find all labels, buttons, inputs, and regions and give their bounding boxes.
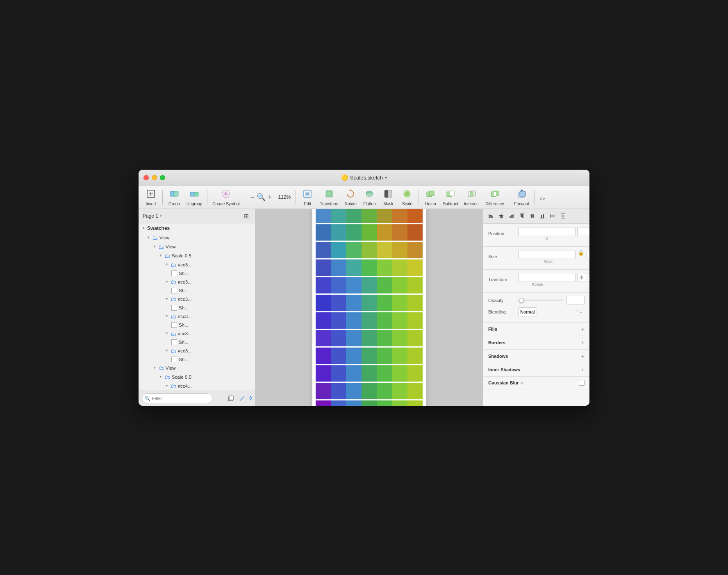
- align-center-v-button[interactable]: [528, 211, 537, 220]
- borders-add-button[interactable]: +: [581, 339, 585, 346]
- mask-button[interactable]: Mask: [379, 187, 397, 207]
- swatch-7-3: [346, 312, 361, 329]
- blending-select[interactable]: Normal: [518, 307, 537, 316]
- shadows-add-button[interactable]: +: [581, 353, 585, 359]
- y-input[interactable]: [577, 227, 589, 236]
- transform-inputs: [518, 273, 589, 282]
- align-left-edge-button[interactable]: [487, 211, 496, 220]
- sidebar-item-scale1[interactable]: ▼ 🗂 Scale 0.5: [139, 251, 255, 260]
- edit-button[interactable]: Edit: [298, 187, 316, 207]
- zoom-out-button[interactable]: −: [249, 193, 256, 202]
- y-sublabel: Y: [577, 236, 589, 241]
- gaussian-blur-dropdown-icon[interactable]: ◇: [521, 381, 523, 385]
- gaussian-blur-checkbox[interactable]: [579, 380, 585, 386]
- ungroup-button[interactable]: Ungroup: [184, 187, 205, 207]
- minimize-button[interactable]: [152, 175, 157, 180]
- swatch-4-1: [316, 259, 331, 276]
- sidebar-item-cc3[interactable]: ▼ 🗂 #cc3...: [139, 295, 255, 304]
- svg-rect-59: [561, 214, 565, 214]
- zoom-in-button[interactable]: +: [266, 193, 273, 202]
- swatch-12-4: [362, 400, 377, 406]
- sidebar-item-sh4[interactable]: Sh...: [139, 321, 255, 329]
- fills-add-button[interactable]: +: [581, 326, 585, 332]
- sidebar-expand-button[interactable]: ⊞: [242, 211, 251, 220]
- filter-input[interactable]: [142, 393, 212, 403]
- sidebar-item-cc2[interactable]: ▼ 🗂 #cc3...: [139, 277, 255, 286]
- align-bottom-edge-button[interactable]: [538, 211, 547, 220]
- sidebar-item-cc1[interactable]: ▼ 🗂 #cc3...: [139, 260, 255, 269]
- canvas-swatches: [312, 209, 427, 406]
- sidebar-item-sh1[interactable]: Sh...: [139, 269, 255, 277]
- sidebar-item-view1[interactable]: ▼ 🗂 View: [139, 233, 255, 242]
- borders-section-header[interactable]: Borders +: [483, 336, 589, 350]
- sidebar-item-sh5[interactable]: Sh...: [139, 338, 255, 346]
- intersect-button[interactable]: Intersect: [462, 187, 482, 207]
- subtract-button[interactable]: Subtract: [440, 187, 460, 207]
- edit-layers-button[interactable]: [238, 394, 247, 403]
- insert-button[interactable]: Insert: [142, 187, 160, 207]
- shadows-section-header[interactable]: Shadows +: [483, 350, 589, 363]
- toolbar-divider-1: [162, 190, 163, 205]
- swatch-row-8: [316, 330, 423, 346]
- view1-folder-icon: 🗂: [152, 234, 158, 241]
- zoom-level-display[interactable]: 112%: [276, 193, 293, 201]
- align-right-edge-button[interactable]: [507, 211, 516, 220]
- difference-button[interactable]: Difference: [483, 187, 506, 207]
- swatches-section-header[interactable]: ▼ Swatches: [139, 223, 255, 233]
- sidebar-item-cc6[interactable]: ▼ 🗂 #cc3...: [139, 346, 255, 355]
- union-button[interactable]: Union: [421, 187, 439, 207]
- svg-rect-48: [521, 214, 522, 217]
- distribute-h-button[interactable]: [548, 211, 557, 220]
- position-inputs: [518, 227, 589, 236]
- opacity-input[interactable]: [566, 296, 585, 305]
- flip-v-button[interactable]: [588, 273, 589, 282]
- flip-h-button[interactable]: [577, 273, 586, 282]
- view2-chevron: ▼: [153, 245, 156, 248]
- inner-shadows-section-header[interactable]: Inner Shadows +: [483, 363, 589, 377]
- opacity-slider[interactable]: [518, 300, 563, 301]
- group-button[interactable]: Group: [165, 187, 183, 207]
- align-center-h-button[interactable]: [497, 211, 506, 220]
- scale-button[interactable]: Scale: [398, 187, 416, 207]
- lock-icon[interactable]: 🔒: [578, 250, 584, 259]
- swatch-5-6: [392, 277, 407, 293]
- sidebar-item-view3[interactable]: ▼ 🗂 View: [139, 364, 255, 373]
- x-input[interactable]: [518, 227, 576, 236]
- swatch-5-4: [362, 277, 377, 293]
- sidebar-item-sh3[interactable]: Sh...: [139, 304, 255, 312]
- flatten-button[interactable]: Flatten: [360, 187, 378, 207]
- sidebar-item-cc5[interactable]: ▼ 🗂 #cc3...: [139, 329, 255, 338]
- sidebar-item-sh6[interactable]: Sh...: [139, 355, 255, 364]
- sidebar-item-cc7[interactable]: ▼ 🗂 #cc4...: [139, 382, 255, 391]
- fills-section-header[interactable]: Fills +: [483, 323, 589, 336]
- canvas-area[interactable]: [255, 209, 483, 406]
- opacity-row: Opacity: [488, 296, 585, 305]
- copy-layers-button[interactable]: [226, 394, 235, 403]
- create-symbol-icon: [221, 189, 231, 201]
- filter-wrap: 🔍: [142, 393, 224, 403]
- width-input[interactable]: [518, 250, 576, 259]
- align-top-edge-button[interactable]: [517, 211, 526, 220]
- swatch-4-6: [392, 259, 407, 276]
- rotate-button[interactable]: Rotate: [341, 187, 359, 207]
- view3-label: View: [166, 366, 176, 370]
- height-input[interactable]: [587, 250, 589, 259]
- create-symbol-button[interactable]: Create Symbol: [210, 187, 242, 207]
- more-button[interactable]: >>: [537, 191, 548, 203]
- swatch-2-4: [362, 224, 377, 241]
- sidebar-item-scale2[interactable]: ▼ 🗂 Scale 0.5: [139, 373, 255, 382]
- forward-button[interactable]: Forward: [512, 187, 532, 207]
- page-selector[interactable]: Page 1 ▾: [143, 213, 162, 219]
- transform-button[interactable]: Transform: [317, 187, 341, 207]
- rotate-input[interactable]: [518, 273, 576, 282]
- sidebar-item-view2[interactable]: ▼ 🗂 View: [139, 242, 255, 251]
- title-dropdown-icon[interactable]: ▾: [385, 175, 387, 180]
- sidebar-item-sh2[interactable]: Sh...: [139, 286, 255, 295]
- maximize-button[interactable]: [160, 175, 165, 180]
- transform-section: Transform: [483, 270, 589, 293]
- inner-shadows-add-button[interactable]: +: [581, 366, 585, 373]
- distribute-v-button[interactable]: [558, 211, 567, 220]
- close-button[interactable]: [143, 175, 149, 180]
- sidebar-item-cc4[interactable]: ▼ 🗂 #cc3...: [139, 312, 255, 321]
- scale2-folder-icon: 🗂: [164, 374, 170, 380]
